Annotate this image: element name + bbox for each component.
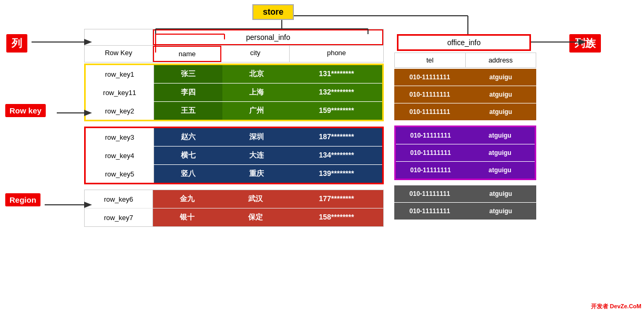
- office-col-header-address: address: [466, 53, 536, 67]
- cell-phone: 177********: [290, 190, 383, 208]
- cell-name: 金九: [153, 190, 221, 208]
- rowkey-header-empty: [85, 29, 153, 45]
- table-row: row_key11 李四 上海 132********: [86, 83, 382, 101]
- gray-section: row_key6 金九 武汉 177******** row_key7 银十 保…: [84, 190, 384, 227]
- cell-name: 张三: [154, 65, 222, 83]
- office-cell-address: atguigu: [465, 86, 536, 103]
- cell-rowkey: row_key4: [86, 147, 154, 164]
- cell-rowkey: row_key2: [86, 102, 154, 120]
- office-cell-tel: 010-11111111: [394, 203, 465, 220]
- cell-city: 重庆: [222, 165, 291, 183]
- cell-city: 大连: [222, 147, 291, 164]
- col-header-city: city: [221, 46, 290, 62]
- col-header-rowkey: Row Key: [85, 46, 153, 62]
- cell-city: 上海: [222, 84, 291, 101]
- office-info-header: office_info: [397, 34, 531, 51]
- cell-rowkey: row_key1: [86, 65, 154, 83]
- col-header-name: name: [153, 46, 221, 62]
- personal-info-header-row: personal_info: [84, 29, 384, 46]
- office-cell-tel: 010-11111111: [394, 185, 465, 202]
- office-cell-address: atguigu: [465, 162, 535, 179]
- office-cell-address: atguigu: [465, 127, 535, 144]
- cell-city: 广州: [222, 102, 291, 120]
- red-section: row_key3 赵六 深圳 187******** row_key4 横七 大…: [84, 127, 384, 184]
- personal-info-header: personal_info: [153, 29, 383, 45]
- table-row: row_key5 竖八 重庆 139********: [86, 164, 382, 183]
- office-cell-address: atguigu: [465, 144, 535, 161]
- office-cell-address: atguigu: [465, 203, 536, 220]
- cell-phone: 187********: [291, 128, 382, 146]
- office-cell-tel: 010-11111111: [394, 69, 465, 86]
- cell-phone: 134********: [291, 147, 382, 164]
- table-row: row_key4 横七 大连 134********: [86, 146, 382, 164]
- cell-phone: 131********: [291, 65, 382, 83]
- rowkey-label: Row key: [5, 104, 46, 117]
- cell-name: 横七: [154, 147, 222, 164]
- office-yellow-section: 010-11111111 atguigu 010-11111111 atguig…: [394, 69, 536, 120]
- cell-name: 王五: [154, 102, 222, 120]
- cell-phone: 132********: [291, 84, 382, 101]
- cell-phone: 139********: [291, 165, 382, 183]
- cell-name: 银十: [153, 208, 221, 226]
- cell-rowkey: row_key5: [86, 165, 154, 183]
- table-row: row_key2 王五 广州 159********: [86, 101, 382, 120]
- cell-rowkey: row_key3: [86, 128, 154, 146]
- office-table-row: 010-11111111 atguigu: [394, 86, 536, 103]
- cell-city: 保定: [221, 208, 290, 226]
- col-header-row: Row Key name city phone: [84, 46, 384, 62]
- cell-city: 武汉: [221, 190, 290, 208]
- table-row: row_key1 张三 北京 131********: [86, 65, 382, 83]
- right-table: tel address 010-11111111 atguigu 010-111…: [394, 53, 536, 220]
- col-label-left: 列: [6, 34, 27, 53]
- cell-name: 赵六: [154, 128, 222, 146]
- office-cell-tel: 010-11111111: [396, 162, 465, 179]
- cell-name: 竖八: [154, 165, 222, 183]
- cell-rowkey: row_key7: [85, 208, 153, 226]
- office-table-row: 010-11111111 atguigu: [396, 127, 535, 144]
- office-table-row: 010-11111111 atguigu: [394, 202, 536, 220]
- office-cell-tel: 010-11111111: [394, 103, 465, 120]
- table-row: row_key7 银十 保定 158********: [85, 208, 383, 226]
- yellow-section: row_key1 张三 北京 131******** row_key11 李四 …: [84, 64, 384, 121]
- office-cell-tel: 010-11111111: [396, 127, 465, 144]
- office-cell-tel: 010-11111111: [396, 144, 465, 161]
- left-table: personal_info Row Key name city phone ro…: [84, 29, 384, 227]
- region-label: Region: [5, 193, 40, 206]
- cell-rowkey: row_key11: [86, 84, 154, 101]
- office-purple-section: 010-11111111 atguigu 010-11111111 atguig…: [394, 126, 536, 180]
- cell-phone: 158********: [290, 208, 383, 226]
- office-table-row: 010-11111111 atguigu: [396, 161, 535, 179]
- table-row: row_key3 赵六 深圳 187********: [86, 128, 382, 146]
- office-table-row: 010-11111111 atguigu: [394, 185, 536, 202]
- office-gray-section: 010-11111111 atguigu 010-11111111 atguig…: [394, 185, 536, 220]
- office-cell-address: atguigu: [465, 185, 536, 202]
- office-cell-tel: 010-11111111: [394, 86, 465, 103]
- office-cell-address: atguigu: [465, 103, 536, 120]
- store-label: store: [252, 4, 294, 20]
- office-cell-address: atguigu: [465, 69, 536, 86]
- office-col-header-tel: tel: [395, 53, 466, 67]
- col-header-phone: phone: [290, 46, 383, 62]
- table-row: row_key6 金九 武汉 177********: [85, 190, 383, 208]
- office-col-header-row: tel address: [394, 53, 536, 68]
- cell-rowkey: row_key6: [85, 190, 153, 208]
- main-container: store 列 列族 Row key Region off: [0, 0, 644, 313]
- cell-name: 李四: [154, 84, 222, 101]
- watermark: 开发者 DevZe.CoM: [591, 302, 641, 310]
- cell-city: 深圳: [222, 128, 291, 146]
- office-table-row: 010-11111111 atguigu: [394, 103, 536, 120]
- cell-city: 北京: [222, 65, 291, 83]
- cell-phone: 159********: [291, 102, 382, 120]
- col-label-right: 列族: [569, 34, 601, 53]
- office-table-row: 010-11111111 atguigu: [396, 144, 535, 161]
- office-table-row: 010-11111111 atguigu: [394, 69, 536, 86]
